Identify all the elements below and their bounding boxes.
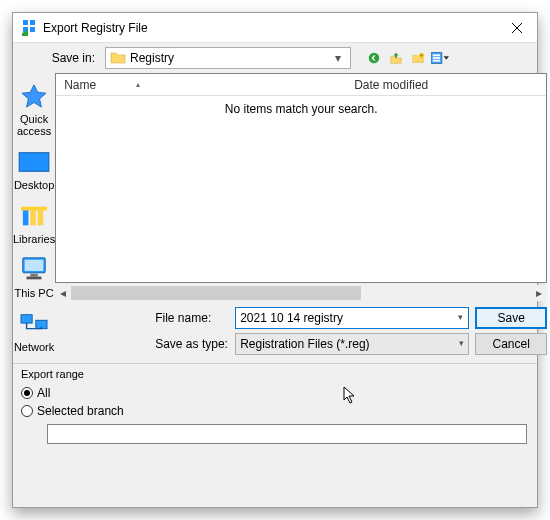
list-body: No items match your search.: [56, 96, 546, 282]
filename-label: File name:: [55, 311, 229, 325]
empty-message: No items match your search.: [225, 102, 378, 116]
export-range-group: Export range All Selected branch: [13, 364, 537, 452]
column-date-label: Date modified: [354, 78, 428, 92]
libraries-icon: [16, 201, 52, 231]
new-folder-icon[interactable]: [409, 49, 427, 67]
svg-rect-1: [30, 20, 35, 25]
export-range-legend: Export range: [21, 368, 529, 380]
savein-toolbar: [365, 49, 449, 67]
radio-all[interactable]: [21, 387, 33, 399]
svg-point-6: [369, 53, 380, 64]
chevron-down-icon: ▾: [459, 338, 464, 348]
scroll-right-arrow-icon[interactable]: ▸: [531, 285, 547, 301]
save-as-type-combobox[interactable]: Registration Files (*.reg) ▾: [235, 333, 469, 355]
dialog-window: Export Registry File Save in: Registry ▾: [12, 12, 538, 508]
svg-rect-22: [21, 315, 32, 323]
app-icon: [21, 20, 37, 36]
place-desktop[interactable]: Desktop: [13, 143, 55, 197]
up-one-level-icon[interactable]: [387, 49, 405, 67]
filename-section: File name: ▾ Save Save as type: Registra…: [55, 301, 550, 363]
svg-rect-19: [25, 260, 44, 271]
place-this-pc[interactable]: This PC: [13, 251, 55, 305]
scroll-left-arrow-icon[interactable]: ◂: [55, 285, 71, 301]
folder-icon: [110, 50, 126, 66]
back-icon[interactable]: [365, 49, 383, 67]
savein-combobox[interactable]: Registry ▾: [105, 47, 351, 69]
svg-rect-20: [30, 274, 37, 277]
place-network[interactable]: Network: [13, 305, 55, 359]
place-label: Quick access: [13, 113, 55, 137]
svg-rect-15: [30, 209, 36, 226]
place-label: This PC: [15, 287, 54, 299]
svg-rect-3: [30, 27, 35, 32]
places-bar: Quick access Desktop Libraries: [13, 73, 55, 363]
scroll-thumb[interactable]: [71, 286, 361, 300]
scroll-track[interactable]: [71, 285, 531, 301]
chevron-down-icon[interactable]: ▾: [458, 312, 463, 322]
svg-rect-10: [433, 57, 440, 59]
save-button-label: Save: [498, 311, 525, 325]
cancel-button[interactable]: Cancel: [475, 333, 547, 355]
savein-label: Save in:: [21, 51, 99, 65]
savein-value: Registry: [130, 51, 330, 65]
star-icon: [16, 81, 52, 111]
cancel-button-label: Cancel: [493, 337, 530, 351]
svg-rect-12: [19, 153, 49, 172]
place-libraries[interactable]: Libraries: [13, 197, 55, 251]
file-listing[interactable]: Name ▴ Date modified No items match your…: [55, 73, 547, 283]
radio-selected-branch-row[interactable]: Selected branch: [21, 402, 529, 420]
svg-rect-21: [27, 277, 42, 280]
save-as-type-label: Save as type:: [55, 337, 229, 351]
filename-combobox[interactable]: ▾: [235, 307, 469, 329]
column-name-label: Name: [64, 78, 96, 92]
body-area: Quick access Desktop Libraries: [13, 73, 537, 363]
svg-rect-11: [433, 60, 440, 62]
selected-branch-input[interactable]: [47, 424, 527, 444]
svg-rect-0: [23, 20, 28, 25]
radio-all-row[interactable]: All: [21, 384, 529, 402]
svg-rect-14: [23, 209, 29, 226]
this-pc-icon: [16, 255, 52, 285]
horizontal-scrollbar[interactable]: ◂ ▸: [55, 285, 547, 301]
svg-rect-17: [21, 207, 47, 211]
close-icon: [512, 23, 522, 33]
sort-ascending-icon: ▴: [136, 80, 140, 89]
savein-row: Save in: Registry ▾: [13, 43, 537, 73]
place-label: Desktop: [14, 179, 54, 191]
chevron-down-icon: ▾: [330, 51, 346, 65]
column-header-date[interactable]: Date modified: [346, 74, 546, 95]
filename-input[interactable]: [236, 308, 468, 328]
radio-all-label: All: [37, 386, 50, 400]
titlebar: Export Registry File: [13, 13, 537, 43]
place-label: Libraries: [13, 233, 55, 245]
listing-wrap: Name ▴ Date modified No items match your…: [55, 73, 550, 363]
save-button[interactable]: Save: [475, 307, 547, 329]
list-header: Name ▴ Date modified: [56, 74, 546, 96]
column-header-name[interactable]: Name ▴: [56, 74, 346, 95]
dialog-title: Export Registry File: [43, 21, 497, 35]
close-button[interactable]: [497, 13, 537, 42]
svg-rect-16: [38, 209, 44, 226]
place-label: Network: [14, 341, 54, 353]
place-quick-access[interactable]: Quick access: [13, 77, 55, 143]
save-as-type-value: Registration Files (*.reg): [240, 337, 369, 351]
network-icon: [16, 309, 52, 339]
radio-selected-branch[interactable]: [21, 405, 33, 417]
view-menu-icon[interactable]: [431, 49, 449, 67]
svg-rect-9: [433, 54, 440, 56]
radio-selected-branch-label: Selected branch: [37, 404, 124, 418]
desktop-icon: [16, 147, 52, 177]
